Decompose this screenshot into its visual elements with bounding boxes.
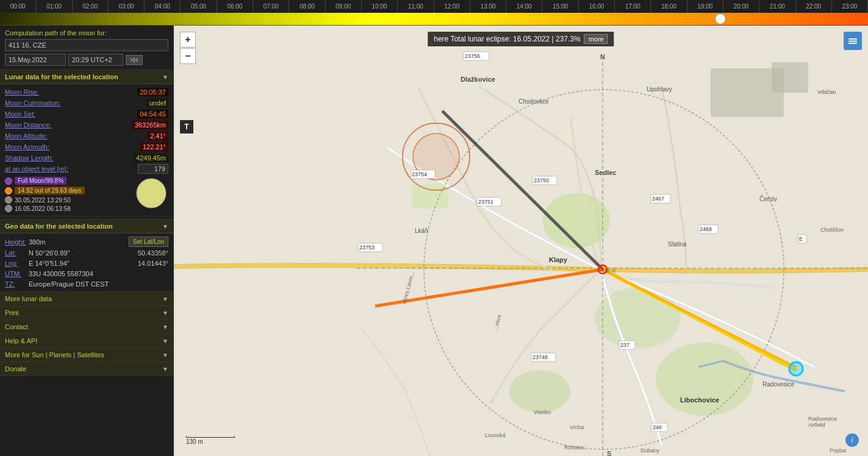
eclipse-date-dot bbox=[5, 205, 12, 212]
object-level-input[interactable] bbox=[138, 164, 168, 174]
contact-chevron: ▼ bbox=[162, 324, 168, 330]
object-level-label[interactable]: at an object level [m]: bbox=[5, 165, 138, 173]
shadow-label[interactable]: Shadow Length: bbox=[5, 154, 134, 162]
timeline-hour[interactable]: 15:00 bbox=[542, 0, 578, 13]
date-input[interactable] bbox=[5, 54, 66, 66]
utm-label[interactable]: UTM: bbox=[5, 270, 26, 277]
svg-point-19 bbox=[789, 362, 803, 376]
timeline-hour[interactable]: 22:00 bbox=[796, 0, 832, 13]
timeline-hour[interactable]: 20:00 bbox=[723, 0, 759, 13]
svg-text:23748: 23748 bbox=[533, 354, 548, 360]
moon-set-label[interactable]: Moon Set: bbox=[5, 110, 137, 118]
timeline: 00:0001:0002:0003:0004:0005:0006:0007:00… bbox=[0, 0, 868, 26]
contact-header[interactable]: Contact ▼ bbox=[0, 320, 173, 333]
timeline-hour[interactable]: 07:00 bbox=[253, 0, 289, 13]
svg-text:Sedlec: Sedlec bbox=[595, 169, 616, 176]
timeline-hour[interactable]: 13:00 bbox=[470, 0, 506, 13]
svg-text:Černiv: Černiv bbox=[759, 195, 777, 202]
time-input[interactable] bbox=[68, 54, 123, 66]
map-container[interactable]: Dlažkovice Chodovlice Upohlavy Vrbičan S… bbox=[174, 26, 868, 456]
timeline-hour[interactable]: 18:00 bbox=[651, 0, 687, 13]
svg-point-6 bbox=[656, 343, 753, 416]
svg-text:23753: 23753 bbox=[359, 244, 375, 251]
svg-text:2468: 2468 bbox=[700, 226, 712, 232]
timeline-hour[interactable]: 14:00 bbox=[506, 0, 542, 13]
sidebar: Computation path of the moon for: >|< Lu… bbox=[0, 26, 174, 456]
timeline-hour[interactable]: 04:00 bbox=[145, 0, 181, 13]
zoom-out-btn[interactable]: − bbox=[180, 48, 196, 64]
timeline-hour[interactable]: 05:00 bbox=[181, 0, 217, 13]
help-label: Help & API bbox=[5, 337, 37, 344]
moon-alt-label[interactable]: Moon Altitude: bbox=[5, 132, 148, 140]
svg-point-7 bbox=[509, 370, 570, 413]
scale-bar: 130 m bbox=[186, 436, 235, 445]
timeline-hour[interactable]: 19:00 bbox=[687, 0, 723, 13]
moon-rise-label[interactable]: Moon Rise: bbox=[5, 88, 137, 96]
eclipse-banner: here Total lunar eclipse: 16.05.2022 | 2… bbox=[428, 32, 614, 46]
donate-label: Donate bbox=[5, 365, 26, 372]
lng-label[interactable]: Lng: bbox=[5, 260, 26, 267]
map[interactable]: Dlažkovice Chodovlice Upohlavy Vrbičan S… bbox=[174, 26, 868, 456]
set-latlon-btn[interactable]: Set Lat/Lon bbox=[129, 237, 168, 247]
moon-rise-value: 20:05:37 bbox=[137, 88, 168, 96]
timeline-hour[interactable]: 12:00 bbox=[434, 0, 470, 13]
t-marker[interactable]: T bbox=[180, 120, 193, 134]
moon-az-label[interactable]: Moon Azimuth: bbox=[5, 143, 140, 151]
lunar-data-header[interactable]: Lunar data for the selected location ▼ bbox=[0, 70, 173, 84]
lunar-data-arrow: ▼ bbox=[162, 74, 168, 80]
timeline-bar[interactable] bbox=[0, 13, 868, 25]
svg-text:Chotěšov: Chotěšov bbox=[820, 227, 844, 233]
moon-dist-value: 363265km bbox=[132, 121, 168, 129]
moon-dist-label[interactable]: Moon Distance: bbox=[5, 121, 132, 129]
moon-az-row: Moon Azimuth: 122.21° bbox=[0, 141, 173, 152]
utm-value: 33U 430005 5587304 bbox=[29, 270, 168, 277]
timeline-hour[interactable]: 23:00 bbox=[832, 0, 868, 13]
svg-text:2467: 2467 bbox=[652, 196, 664, 202]
help-header[interactable]: Help & API ▼ bbox=[0, 334, 173, 347]
more-lunar-section: More lunar data ▼ bbox=[0, 292, 173, 306]
donate-header[interactable]: Donate ▼ bbox=[0, 362, 173, 376]
timeline-hour[interactable]: 16:00 bbox=[579, 0, 615, 13]
geo-data-header[interactable]: Geo data for the selected location ▼ bbox=[0, 219, 173, 233]
svg-text:N: N bbox=[600, 53, 605, 60]
location-input[interactable] bbox=[5, 39, 168, 51]
map-background: Dlažkovice Chodovlice Upohlavy Vrbičan S… bbox=[174, 26, 868, 456]
toggle-btn[interactable]: >|< bbox=[126, 55, 143, 65]
tz-label[interactable]: TZ: bbox=[5, 280, 26, 288]
layer-btn[interactable] bbox=[844, 32, 862, 50]
timeline-hour[interactable]: 17:00 bbox=[615, 0, 651, 13]
info-btn[interactable]: i bbox=[845, 433, 859, 447]
lat-row: Lat: N 50°26'0.89" 50.43358° bbox=[0, 248, 173, 258]
timeline-hour[interactable]: 06:00 bbox=[217, 0, 253, 13]
timeline-hour[interactable]: 03:00 bbox=[109, 0, 145, 13]
timeline-hour[interactable]: 00:00 bbox=[0, 0, 36, 13]
svg-text:23756: 23756 bbox=[465, 53, 480, 59]
moon-visual bbox=[135, 177, 168, 210]
timeline-hour[interactable]: 10:00 bbox=[362, 0, 398, 13]
moon-culm-label[interactable]: Moon Culmination: bbox=[5, 99, 146, 107]
timeline-hour[interactable]: 08:00 bbox=[289, 0, 325, 13]
moon-alt-row: Moon Altitude: 2.41° bbox=[0, 130, 173, 141]
more-lunar-header[interactable]: More lunar data ▼ bbox=[0, 292, 173, 305]
moon-set-row: Moon Set: 04:54:45 bbox=[0, 109, 173, 119]
svg-text:Vrbičan: Vrbičan bbox=[817, 89, 836, 95]
timeline-hour[interactable]: 02:00 bbox=[73, 0, 109, 13]
timeline-hour[interactable]: 09:00 bbox=[326, 0, 362, 13]
svg-rect-70 bbox=[848, 41, 857, 42]
timeline-handle[interactable] bbox=[715, 13, 726, 24]
print-header[interactable]: Print ▼ bbox=[0, 306, 173, 319]
more-for-header[interactable]: More for Sun | Planets | Satellites ▼ bbox=[0, 348, 173, 362]
print-section: Print ▼ bbox=[0, 306, 173, 320]
help-chevron: ▼ bbox=[162, 338, 168, 344]
tz-row: TZ: Europe/Prague DST CEST bbox=[0, 279, 173, 289]
moon-rise-row: Moon Rise: 20:05:37 bbox=[0, 87, 173, 98]
lat-label[interactable]: Lat: bbox=[5, 249, 26, 257]
zoom-in-btn[interactable]: + bbox=[180, 32, 196, 48]
timeline-hour[interactable]: 01:00 bbox=[36, 0, 72, 13]
timeline-hour[interactable]: 21:00 bbox=[759, 0, 795, 13]
svg-text:Slatina: Slatina bbox=[668, 241, 687, 248]
timeline-hour[interactable]: 11:00 bbox=[398, 0, 434, 13]
height-label[interactable]: Height: bbox=[5, 238, 26, 246]
lng-value: E 14°0'51.94" bbox=[29, 260, 133, 267]
eclipse-more-btn[interactable]: more bbox=[584, 34, 608, 44]
